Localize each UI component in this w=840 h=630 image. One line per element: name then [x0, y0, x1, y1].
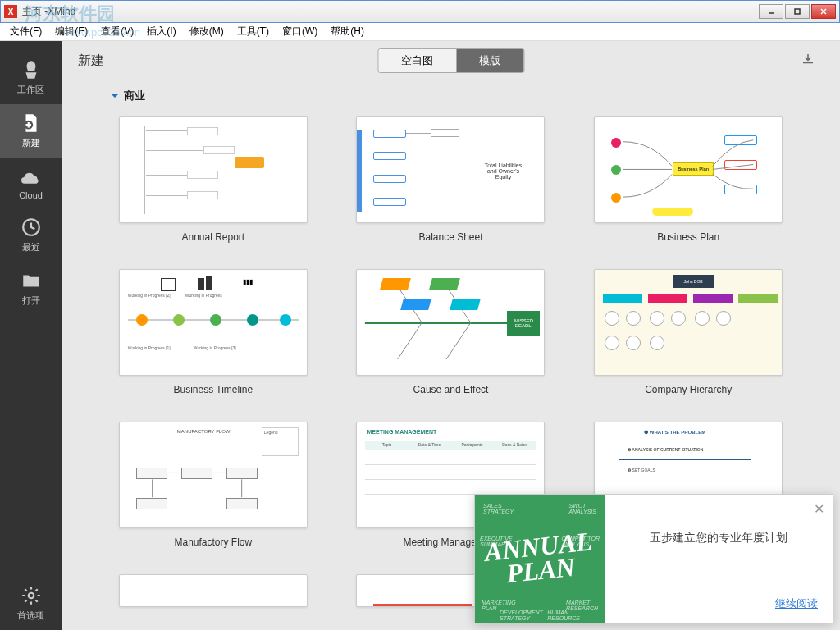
template-thumb: Business Plan [594, 116, 783, 223]
template-label: Manufactory Flow [174, 536, 252, 548]
clock-icon [21, 217, 42, 238]
template-manufactory-flow[interactable]: MANUFACTORY FLOW Legend Manufactory Flow [111, 422, 316, 548]
maximize-button[interactable] [785, 4, 810, 19]
sidebar-item-open[interactable]: 打开 [0, 262, 62, 315]
chevron-down-icon [111, 92, 119, 100]
sidebar-label-new: 新建 [22, 137, 40, 149]
window-controls [759, 4, 836, 19]
template-thumb: John DOE [594, 269, 783, 376]
popup-continue-link[interactable]: 继续阅读 [775, 596, 818, 611]
sidebar-label-cloud: Cloud [19, 190, 43, 200]
menu-tools[interactable]: 工具(T) [231, 23, 276, 40]
cloud-icon [21, 166, 42, 187]
popup-title: 五步建立您的专业年度计划 [619, 531, 818, 546]
titlebar: X 主页 -XMind [0, 0, 840, 23]
template-label: Balance Sheet [418, 231, 482, 243]
download-icon [801, 52, 815, 66]
template-thumb [119, 116, 308, 223]
sidebar-item-workspace[interactable]: 工作区 [0, 51, 62, 104]
template-card[interactable] [111, 574, 316, 607]
sidebar: 工作区 新建 Cloud 最近 打开 首选项 [0, 41, 62, 630]
svg-line-11 [447, 322, 472, 359]
new-file-icon [21, 112, 42, 134]
menu-file[interactable]: 文件(F) [3, 23, 48, 40]
app-icon: X [4, 5, 17, 18]
menu-edit[interactable]: 编辑(E) [48, 23, 94, 40]
template-thumb: ▮▮▮ Working in Progress [2] Working in P… [119, 269, 308, 376]
category-label: 商业 [124, 89, 145, 103]
sidebar-item-cloud[interactable]: Cloud [0, 158, 62, 208]
popup-body: ✕ 五步建立您的专业年度计划 继续阅读 [605, 495, 833, 623]
minimize-button[interactable] [759, 4, 783, 19]
sidebar-label-recent: 最近 [22, 241, 40, 253]
menu-view[interactable]: 查看(V) [94, 23, 140, 40]
content-header: 新建 空白图 模版 [62, 41, 840, 80]
svg-point-6 [28, 593, 34, 599]
template-label: Annual Report [181, 231, 244, 243]
sidebar-label-workspace: 工作区 [17, 84, 44, 96]
template-cause-effect[interactable]: MISSEDDEADLI Cause and Effect [349, 269, 554, 395]
menu-modify[interactable]: 修改(M) [183, 23, 231, 40]
template-annual-report[interactable]: Annual Report [111, 116, 316, 243]
folder-icon [21, 270, 42, 291]
close-button[interactable] [811, 4, 836, 19]
gear-icon [21, 585, 42, 606]
sidebar-label-open: 打开 [22, 294, 40, 307]
tab-template[interactable]: 模版 [456, 49, 523, 72]
promo-popup: SALESSTRATEGY SWOTANALYSIS EXECUTIVESUMM… [474, 494, 833, 623]
template-label: Business Plan [657, 231, 719, 243]
sidebar-item-preferences[interactable]: 首选项 [0, 577, 62, 630]
tab-blank[interactable]: 空白图 [378, 49, 456, 72]
template-company-hierarchy[interactable]: John DOE C [586, 269, 791, 395]
template-thumb: MISSEDDEADLI [356, 269, 545, 376]
export-button[interactable] [801, 52, 815, 70]
page-title: 新建 [78, 52, 104, 70]
svg-line-10 [398, 322, 422, 359]
template-thumb: Total Liabilitiesand Owner's Equity [356, 116, 545, 223]
template-label: Business Timeline [173, 384, 253, 395]
template-balance-sheet[interactable]: Total Liabilitiesand Owner's Equity Bala… [349, 116, 554, 243]
sidebar-label-preferences: 首选项 [17, 609, 44, 622]
template-label: Cause and Effect [413, 384, 489, 395]
popup-image: SALESSTRATEGY SWOTANALYSIS EXECUTIVESUMM… [475, 495, 605, 623]
menu-help[interactable]: 帮助(H) [324, 23, 371, 40]
category-header[interactable]: 商业 [111, 89, 791, 103]
window-title: 主页 -XMind [22, 5, 759, 19]
popup-close-button[interactable]: ✕ [814, 501, 824, 517]
template-business-timeline[interactable]: ▮▮▮ Working in Progress [2] Working in P… [111, 269, 316, 395]
menu-window[interactable]: 窗口(W) [276, 23, 324, 40]
workspace-icon [21, 59, 42, 80]
template-thumb [119, 574, 308, 607]
template-thumb: MANUFACTORY FLOW Legend [119, 422, 308, 528]
template-label: Company Hierarchy [645, 384, 732, 395]
sidebar-item-recent[interactable]: 最近 [0, 208, 62, 262]
template-business-plan[interactable]: Business Plan Business Plan [586, 116, 791, 243]
svg-rect-1 [795, 9, 800, 14]
tab-switch: 空白图 模版 [377, 48, 524, 73]
menu-insert[interactable]: 插入(I) [140, 23, 182, 40]
menubar: 文件(F) 编辑(E) 查看(V) 插入(I) 修改(M) 工具(T) 窗口(W… [0, 23, 840, 41]
sidebar-item-new[interactable]: 新建 [0, 104, 62, 158]
